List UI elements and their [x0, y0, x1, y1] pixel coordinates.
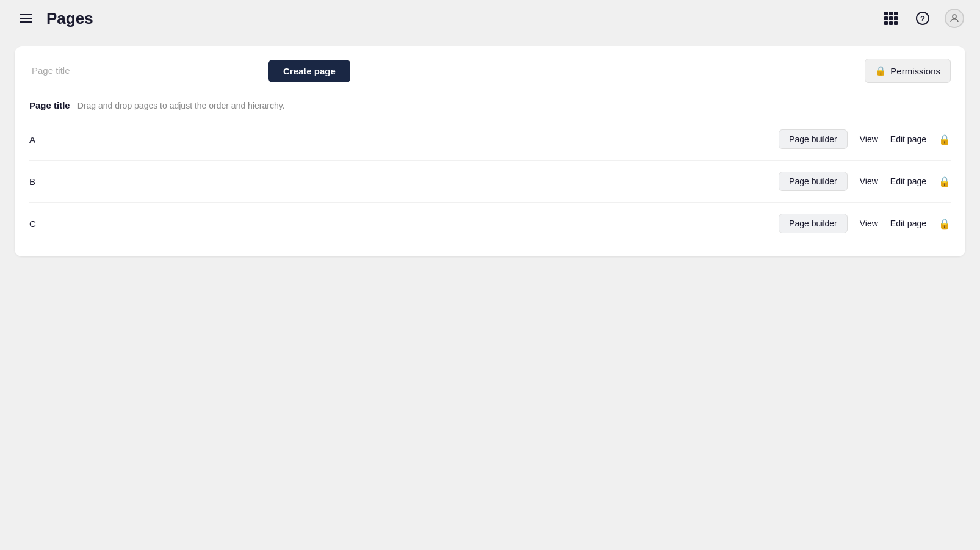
table-column-title: Page title [29, 100, 70, 110]
table-column-hint: Drag and drop pages to adjust the order … [77, 101, 285, 110]
create-page-button[interactable]: Create page [268, 60, 350, 82]
page-builder-button-1[interactable]: Page builder [779, 172, 848, 191]
permissions-label: Permissions [890, 66, 940, 76]
row-title-1: B [29, 176, 779, 187]
help-icon: ? [916, 12, 929, 25]
header: Pages ? [0, 0, 980, 37]
header-right: ? [880, 7, 965, 29]
row-title-0: A [29, 134, 779, 145]
table-row: C Page builder View Edit page 🔒 [29, 203, 951, 244]
user-avatar-icon [945, 9, 964, 28]
row-actions-2: Page builder View Edit page 🔒 [779, 214, 951, 233]
table-row: B Page builder View Edit page 🔒 [29, 161, 951, 203]
row-title-2: C [29, 219, 779, 229]
grid-icon [884, 12, 898, 25]
menu-icon [20, 14, 32, 23]
page-title: Pages [46, 9, 93, 28]
table-header: Page title Drag and drop pages to adjust… [29, 95, 951, 118]
table-body: A Page builder View Edit page 🔒 B Page b… [29, 118, 951, 244]
table-row: A Page builder View Edit page 🔒 [29, 118, 951, 161]
permissions-button[interactable]: 🔒 Permissions [865, 59, 951, 83]
create-bar: Create page 🔒 Permissions [29, 59, 951, 83]
edit-page-button-2[interactable]: Edit page [890, 219, 926, 228]
row-actions-0: Page builder View Edit page 🔒 [779, 129, 951, 149]
view-button-2[interactable]: View [860, 219, 878, 228]
grid-apps-button[interactable] [880, 7, 902, 29]
page-builder-button-0[interactable]: Page builder [779, 129, 848, 149]
row-lock-icon-2[interactable]: 🔒 [939, 218, 951, 230]
row-lock-icon-1[interactable]: 🔒 [939, 176, 951, 187]
header-left: Pages [15, 7, 93, 29]
page-title-input[interactable] [29, 60, 261, 81]
row-lock-icon-0[interactable]: 🔒 [939, 134, 951, 145]
main-content: Create page 🔒 Permissions Page title Dra… [0, 37, 980, 266]
menu-button[interactable] [15, 7, 37, 29]
user-button[interactable] [943, 7, 965, 29]
view-button-1[interactable]: View [860, 176, 878, 186]
create-bar-left: Create page [29, 60, 865, 82]
pages-card: Create page 🔒 Permissions Page title Dra… [15, 46, 965, 256]
view-button-0[interactable]: View [860, 134, 878, 144]
svg-point-0 [953, 15, 956, 18]
help-button[interactable]: ? [912, 7, 934, 29]
edit-page-button-0[interactable]: Edit page [890, 134, 926, 144]
page-builder-button-2[interactable]: Page builder [779, 214, 848, 233]
edit-page-button-1[interactable]: Edit page [890, 176, 926, 186]
row-actions-1: Page builder View Edit page 🔒 [779, 172, 951, 191]
lock-icon: 🔒 [875, 65, 887, 76]
